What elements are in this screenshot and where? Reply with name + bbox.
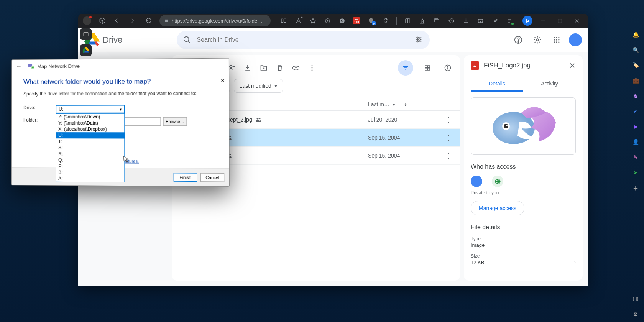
drive-option[interactable]: T:: [56, 138, 124, 145]
history-icon[interactable]: [447, 17, 455, 25]
drive-option[interactable]: Q:: [56, 157, 124, 163]
back-button[interactable]: [111, 15, 122, 26]
col-modified[interactable]: Last m… ▾: [368, 101, 429, 107]
play-icon[interactable]: ▶: [632, 123, 639, 130]
search-box[interactable]: [177, 31, 430, 49]
read-aloud-icon[interactable]: ✦: [294, 17, 302, 25]
plus-icon[interactable]: ＋: [632, 184, 639, 192]
person-icon[interactable]: 👤: [632, 138, 639, 146]
knight-icon[interactable]: ♞: [632, 92, 639, 100]
chevron-right-icon[interactable]: ›: [574, 258, 576, 265]
bing-icon[interactable]: [522, 16, 532, 26]
favorites-bar-icon[interactable]: [418, 17, 426, 25]
shared-icon: [255, 117, 261, 123]
download-icon[interactable]: [244, 64, 251, 72]
tab-strip-toggle-icon[interactable]: [80, 28, 92, 40]
file-more-icon[interactable]: ⋮: [429, 133, 452, 142]
tab-details[interactable]: Details: [471, 77, 523, 92]
browser-apps-icon[interactable]: [476, 17, 484, 25]
link-icon[interactable]: [292, 64, 300, 72]
ext-lastpass-icon[interactable]: •••113: [353, 17, 360, 25]
tag-icon[interactable]: 🏷️: [632, 61, 639, 69]
drive-tab-icon[interactable]: [80, 44, 92, 56]
ext-target-icon[interactable]: [324, 17, 331, 25]
edit-icon[interactable]: ✎: [632, 153, 639, 161]
header-actions: [511, 33, 582, 47]
move-icon[interactable]: [260, 64, 268, 72]
network-drive-icon: [27, 63, 34, 70]
briefcase-icon[interactable]: 💼: [632, 77, 639, 84]
info-toggle-icon[interactable]: [444, 64, 452, 72]
ext-green-dot-icon[interactable]: [506, 17, 513, 25]
filter-active-icon[interactable]: [398, 60, 413, 76]
file-more-icon[interactable]: ⋮: [429, 151, 452, 160]
browse-button[interactable]: Browse…: [163, 117, 187, 126]
more-icon[interactable]: [308, 64, 316, 72]
settings-icon[interactable]: [531, 33, 544, 47]
svg-rect-0: [165, 20, 168, 22]
drive-option[interactable]: A:: [56, 176, 124, 182]
bell-icon[interactable]: 🔔: [632, 31, 639, 38]
public-globe-icon[interactable]: [492, 176, 503, 187]
collections-icon[interactable]: [433, 17, 440, 25]
minimize-button[interactable]: [534, 15, 551, 26]
favorite-icon[interactable]: [309, 17, 317, 25]
svg-point-37: [556, 37, 557, 38]
file-preview[interactable]: [471, 97, 576, 155]
chip-modified[interactable]: Last modified▾: [234, 79, 283, 93]
address-bar[interactable]: https://drive.google.com/drive/u/0/folde…: [159, 15, 271, 26]
forward-button[interactable]: [127, 15, 138, 26]
svg-point-25: [184, 36, 189, 41]
refresh-button[interactable]: [143, 15, 154, 26]
details-title: FiSH_Logo2.jpg: [484, 62, 564, 69]
drive-option[interactable]: R:: [56, 151, 124, 157]
help-icon[interactable]: [511, 33, 525, 47]
window-close-button[interactable]: [568, 15, 585, 26]
svg-line-26: [188, 41, 190, 43]
downloads-icon[interactable]: [462, 17, 470, 25]
dialog-close-x[interactable]: ✕: [219, 77, 227, 84]
split-screen-icon[interactable]: [280, 17, 288, 25]
svg-point-42: [554, 41, 555, 43]
workspaces-icon[interactable]: [99, 17, 106, 24]
drive-letter-select[interactable]: U: ▾: [56, 105, 125, 113]
dialog-back-icon[interactable]: ←: [16, 63, 22, 70]
apps-grid-icon[interactable]: [550, 33, 564, 47]
gear-icon[interactable]: ⚙: [632, 310, 639, 318]
drive-option[interactable]: P:: [56, 163, 124, 170]
file-more-icon[interactable]: ⋮: [429, 115, 452, 124]
ext-shield-icon[interactable]: 9: [367, 17, 375, 25]
grid-view-icon[interactable]: [424, 64, 431, 71]
account-avatar[interactable]: [569, 33, 582, 46]
maximize-button[interactable]: [551, 15, 568, 26]
search-input[interactable]: [197, 36, 409, 43]
reading-list-icon[interactable]: [404, 17, 411, 25]
cancel-button[interactable]: Cancel: [200, 173, 224, 182]
tab-activity[interactable]: Activity: [523, 77, 576, 92]
type-value: Image: [471, 242, 576, 248]
delete-icon[interactable]: [276, 64, 284, 72]
svg-point-14: [480, 21, 483, 23]
drive-option[interactable]: B:: [56, 169, 124, 176]
drive-option[interactable]: Y: (\\mainbox\Data): [56, 120, 124, 126]
drive-letter-dropdown[interactable]: Z: (\\mainbox\Down) Y: (\\mainbox\Data) …: [56, 113, 125, 182]
drive-option[interactable]: U:: [56, 132, 124, 138]
owner-avatar[interactable]: [471, 176, 482, 187]
dock-icon[interactable]: [632, 295, 639, 303]
profile-badge[interactable]: [83, 16, 91, 25]
check-circle-icon[interactable]: ✔: [632, 107, 639, 115]
drive-option[interactable]: Z: (\\mainbox\Down): [56, 114, 124, 120]
finish-button[interactable]: Finish: [174, 173, 197, 182]
extensions-icon[interactable]: [382, 17, 389, 25]
search-options-icon[interactable]: [414, 35, 424, 44]
send-icon[interactable]: ➤: [632, 169, 639, 176]
drive-option[interactable]: X: (\\localhost\Dropbox): [56, 126, 124, 132]
ext-s-icon[interactable]: [338, 17, 346, 25]
close-details-icon[interactable]: [569, 62, 576, 69]
performance-icon[interactable]: [491, 17, 499, 25]
vertical-tab-strip: [78, 28, 94, 56]
svg-point-4: [327, 20, 328, 21]
drive-option[interactable]: S:: [56, 145, 124, 151]
manage-access-button[interactable]: Manage access: [471, 201, 524, 215]
search-sidebar-icon[interactable]: 🔍: [632, 46, 639, 54]
